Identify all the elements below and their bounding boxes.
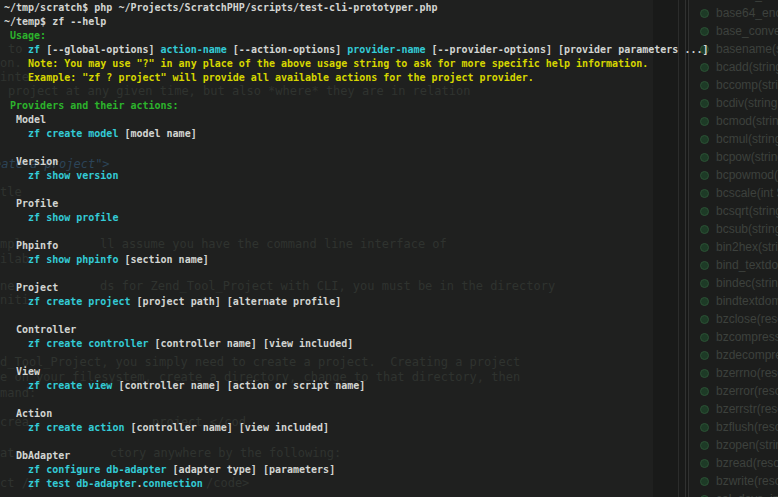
terminal-text-segment: ~/temp$ zf --help bbox=[4, 16, 106, 27]
terminal-text-segment: Controller bbox=[4, 324, 76, 335]
terminal-text-segment: [controller name] [action or script name… bbox=[112, 380, 365, 391]
terminal-text-segment: ~/tmp/scratch$ php ~/Projects/ScratchPHP… bbox=[4, 2, 437, 13]
terminal-text-segment: connection bbox=[143, 478, 203, 489]
terminal-line: zf create controller [controller name] [… bbox=[4, 337, 353, 350]
terminal-line: Providers and their actions: bbox=[4, 99, 179, 112]
terminal-text-segment: [controller name] [view included] bbox=[149, 338, 354, 349]
terminal-text-segment: Note: You may use "?" in any place of th… bbox=[4, 58, 648, 69]
terminal-text-segment bbox=[4, 212, 28, 223]
terminal-line: Usage: bbox=[4, 29, 46, 42]
terminal-text-segment: Phpinfo bbox=[4, 240, 58, 251]
terminal-line: Phpinfo bbox=[4, 239, 58, 252]
terminal-text-segment: zf configure db-adapter bbox=[28, 464, 166, 475]
terminal-text-segment: Profile bbox=[4, 198, 58, 209]
terminal-line: zf create project [project path] [altern… bbox=[4, 295, 341, 308]
terminal-text-segment: Action bbox=[4, 408, 52, 419]
terminal-text-segment: Usage: bbox=[4, 30, 46, 41]
terminal-line: Controller bbox=[4, 323, 76, 336]
terminal-text-segment bbox=[4, 296, 28, 307]
terminal-text-segment: [model name] bbox=[118, 128, 196, 139]
terminal-line: zf show phpinfo [section name] bbox=[4, 253, 209, 266]
terminal-line: zf test db-adapter.connection bbox=[4, 477, 203, 490]
terminal-line: zf [--global-options] action-name [--act… bbox=[4, 43, 708, 56]
terminal-text-segment: Version bbox=[4, 156, 58, 167]
terminal-line: ~/tmp/scratch$ php ~/Projects/ScratchPHP… bbox=[4, 1, 437, 14]
terminal-text-segment bbox=[4, 380, 28, 391]
terminal-text-segment: [--action-options] bbox=[227, 44, 347, 55]
terminal-line: Note: You may use "?" in any place of th… bbox=[4, 57, 648, 70]
terminal-text-segment: View bbox=[4, 366, 40, 377]
terminal-text-segment: [section name] bbox=[118, 254, 208, 265]
terminal-line: zf show profile bbox=[4, 211, 118, 224]
terminal-line: zf create model [model name] bbox=[4, 127, 197, 140]
terminal-text-segment: [project path] [alternate profile] bbox=[130, 296, 341, 307]
terminal-text-segment: Model bbox=[4, 114, 46, 125]
terminal-text-segment: DbAdapter bbox=[4, 450, 70, 461]
terminal-line: zf create view [controller name] [action… bbox=[4, 379, 365, 392]
terminal-line: Example: "zf ? project" will provide all… bbox=[4, 71, 534, 84]
terminal-text-segment bbox=[4, 128, 28, 139]
terminal-line: DbAdapter bbox=[4, 449, 70, 462]
terminal-text-segment: zf create view bbox=[28, 380, 112, 391]
terminal-text-segment: [--global-options] bbox=[40, 44, 160, 55]
terminal-line: zf configure db-adapter [adapter type] [… bbox=[4, 463, 335, 476]
terminal-text-segment: zf test db-adapter bbox=[28, 478, 136, 489]
terminal-text-segment bbox=[4, 478, 28, 489]
terminal-text-segment: Providers and their actions: bbox=[4, 100, 179, 111]
terminal-line: Model bbox=[4, 113, 46, 126]
terminal-text-segment: zf create project bbox=[28, 296, 130, 307]
terminal-text-segment: [controller name] [view included] bbox=[124, 422, 329, 433]
terminal-text-segment: zf show phpinfo bbox=[28, 254, 118, 265]
terminal-line: zf show version bbox=[4, 169, 118, 182]
terminal-text-segment: zf create model bbox=[28, 128, 118, 139]
terminal-text-segment: Example: "zf ? project" will provide all… bbox=[4, 72, 534, 83]
terminal-line: View bbox=[4, 365, 40, 378]
terminal-output[interactable]: ~/tmp/scratch$ php ~/Projects/ScratchPHP… bbox=[0, 0, 778, 497]
terminal-text-segment: Project bbox=[4, 282, 58, 293]
terminal-line: Version bbox=[4, 155, 58, 168]
terminal-line: Action bbox=[4, 407, 52, 420]
terminal-text-segment bbox=[4, 170, 28, 181]
terminal-text-segment: zf show version bbox=[28, 170, 118, 181]
terminal-text-segment: zf bbox=[28, 44, 40, 55]
terminal-text-segment bbox=[4, 338, 28, 349]
terminal-line: zf create action [controller name] [view… bbox=[4, 421, 329, 434]
terminal-text-segment: [adapter type] [parameters] bbox=[167, 464, 336, 475]
terminal-text-segment: zf create action bbox=[28, 422, 124, 433]
terminal-text-segment: [--provider-options] [provider parameter… bbox=[426, 44, 709, 55]
terminal-text-segment bbox=[4, 422, 28, 433]
terminal-text-segment bbox=[4, 44, 28, 55]
terminal-text-segment bbox=[4, 464, 28, 475]
terminal-text-segment: zf create controller bbox=[28, 338, 148, 349]
terminal-line: ~/temp$ zf --help bbox=[4, 15, 106, 28]
terminal-line: Project bbox=[4, 281, 58, 294]
terminal-text-segment: provider-name bbox=[347, 44, 425, 55]
terminal-line: Profile bbox=[4, 197, 58, 210]
terminal-text-segment: action-name bbox=[161, 44, 227, 55]
terminal-text-segment bbox=[4, 254, 28, 265]
terminal-text-segment: zf show profile bbox=[28, 212, 118, 223]
